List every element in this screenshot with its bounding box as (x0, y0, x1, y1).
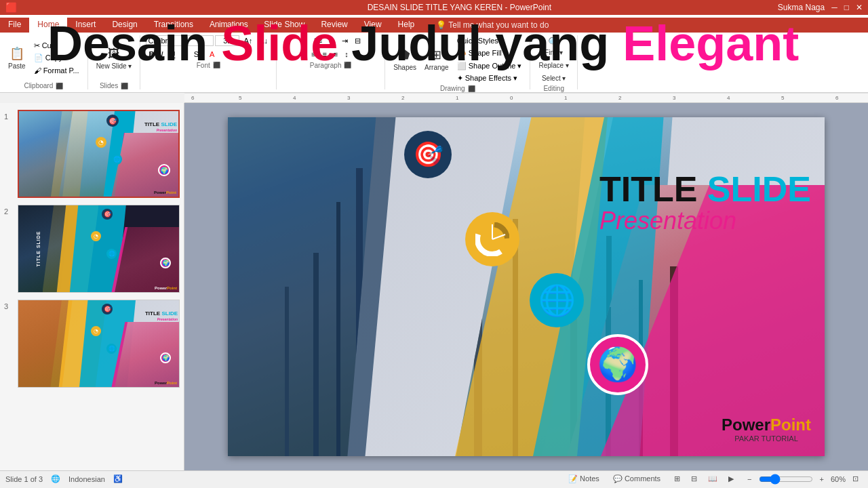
zoom-in-button[interactable]: + (816, 474, 828, 485)
svg-text:4: 4 (293, 95, 296, 101)
columns-button[interactable]: ⊟ (352, 35, 363, 46)
slide-thumb-3[interactable]: 3 🎯 ◔ 🌐 🌍 TITLE SLI (3, 298, 181, 389)
thumb3-powerpoint: PowerPoint (155, 381, 177, 385)
tell-me-input[interactable]: 💡 Tell me what you want to do (436, 20, 549, 30)
italic-button[interactable]: I (158, 49, 165, 60)
tab-help[interactable]: Help (390, 18, 423, 33)
thumb2-pp-point: Point (167, 286, 177, 290)
svg-text:5: 5 (239, 95, 242, 101)
strikethrough-button[interactable]: S (179, 49, 189, 60)
svg-text:1: 1 (456, 95, 459, 101)
font-expand[interactable]: ⬛ (213, 62, 220, 68)
editing-button[interactable]: 🔍 Find ▾ (536, 35, 571, 58)
comments-button[interactable]: 💬 Comments (609, 473, 665, 485)
notes-icon: 📝 (568, 474, 578, 483)
shapes-icon: ⬟ (399, 47, 410, 62)
underline-button[interactable]: U (167, 49, 178, 60)
normal-view-button[interactable]: ⊞ (670, 473, 684, 485)
tab-insert[interactable]: Insert (67, 18, 104, 33)
accessibility-icon: ♿ (113, 474, 123, 483)
slide-thumb-inner-2[interactable]: TITLE SLIDE 🎯 ◔ 🌐 🌍 PowerPoint (18, 205, 180, 293)
slides-expand[interactable]: ⬛ (121, 83, 128, 89)
target-icon: 🎯 (413, 140, 443, 169)
minimize-button[interactable]: ─ (831, 3, 837, 12)
arrange-button[interactable]: ⊞ Arrange (422, 46, 452, 73)
line-spacing-button[interactable]: ↕ (342, 49, 351, 60)
align-left-button[interactable]: ≡ (298, 49, 307, 60)
slide-thumb-1[interactable]: 1 🎯 ◔ 🌐 🌍 (3, 108, 181, 199)
slide-num-1: 1 (4, 110, 15, 121)
clipboard-expand[interactable]: ⬛ (56, 83, 63, 89)
slide-thumb-2[interactable]: 2 TITLE SLIDE 🎯 ◔ 🌐 🌍 (3, 203, 181, 294)
justify-button[interactable]: ≡ (331, 49, 340, 60)
paste-button[interactable]: 📋 Paste (5, 45, 28, 71)
paragraph-expand[interactable]: ⬛ (344, 62, 351, 68)
align-center-button[interactable]: ≡ (309, 49, 318, 60)
shape-outline-button[interactable]: ⬜ Shape Outline ▾ (454, 60, 525, 71)
fit-to-window-button[interactable]: ⊡ (848, 473, 863, 485)
tab-review[interactable]: Review (313, 18, 355, 33)
new-slide-button[interactable]: 🖼 New Slide ▾ (94, 45, 135, 71)
numbering-button[interactable]: 1≡ (311, 35, 326, 46)
shape-effects-button[interactable]: ✦ Shape Effects ▾ (454, 73, 525, 83)
tab-home[interactable]: Home (29, 18, 67, 33)
font-size-input[interactable] (215, 35, 239, 46)
slide-panel[interactable]: 1 🎯 ◔ 🌐 🌍 (0, 103, 184, 470)
font-name-input[interactable] (146, 35, 214, 46)
zoom-slider[interactable] (759, 474, 813, 485)
copy-button[interactable]: 📄 Copy (31, 52, 82, 63)
font-color-button[interactable]: A (207, 49, 217, 60)
drawing-expand[interactable]: ⬛ (468, 85, 475, 92)
svg-text:2: 2 (401, 95, 405, 101)
slide-title-cyan-part: SLIDE (707, 169, 811, 209)
svg-text:3: 3 (673, 95, 676, 101)
cut-button[interactable]: ✂ Cut (31, 40, 82, 51)
earth-icon-circle: 🌍 (587, 334, 648, 395)
decrease-font-button[interactable]: A↓ (256, 35, 271, 46)
thumb3-title: TITLE SLIDE Presentation (145, 310, 178, 321)
group-drawing: ⬟ Shapes ⊞ Arrange Quick Styles ▾ 🎨 Shap… (385, 35, 530, 89)
format-painter-button[interactable]: 🖌 Format P... (31, 65, 82, 76)
main-content: 1 🎯 ◔ 🌐 🌍 (0, 103, 868, 470)
indent-more-button[interactable]: ⇥ (339, 35, 351, 46)
tab-view[interactable]: View (356, 18, 390, 33)
close-button[interactable]: ✕ (856, 3, 863, 12)
font-label: Font (197, 62, 210, 69)
group-font: A↑ A↓ B I U S S⁻ A Font ⬛ (140, 35, 277, 89)
select-button[interactable]: Select ▾ (536, 73, 571, 83)
svg-text:2: 2 (618, 95, 622, 101)
tab-slideshow[interactable]: Slide Show (256, 18, 313, 33)
tab-animations[interactable]: Animations (201, 18, 256, 33)
titlebar-left: 🟥 (5, 2, 141, 13)
bold-button[interactable]: B (146, 49, 157, 60)
comments-label: Comments (625, 474, 660, 483)
zoom-out-button[interactable]: − (743, 474, 755, 485)
view-controls: ⊞ ⊟ 📖 ▶ (670, 473, 738, 485)
zoom-controls: − + 60% ⊡ (743, 473, 863, 485)
notes-button[interactable]: 📝 Notes (564, 473, 604, 485)
quick-styles-button[interactable]: Quick Styles ▾ (454, 35, 525, 46)
tab-file[interactable]: File (0, 18, 29, 33)
canvas-area[interactable]: 🎯 🌐 🌍 TITLE (184, 103, 868, 470)
tab-design[interactable]: Design (104, 18, 145, 33)
replace-button[interactable]: Replace ▾ (536, 60, 571, 70)
shapes-button[interactable]: ⬟ Shapes (391, 46, 419, 73)
thumb2-pie-icon: ◔ (91, 231, 101, 241)
slide-sorter-button[interactable]: ⊟ (687, 473, 701, 485)
titlebar-right: Sukma Naga ─ □ ✕ (778, 3, 863, 12)
align-right-button[interactable]: ≡ (319, 49, 329, 60)
slideshow-button[interactable]: ▶ (724, 473, 738, 485)
slide-thumb-inner-3[interactable]: 🎯 ◔ 🌐 🌍 TITLE SLIDE Presentation PowerPo… (18, 300, 180, 388)
tab-transitions[interactable]: Transitions (146, 18, 201, 33)
text-direction-button[interactable]: ⇅ (353, 49, 364, 60)
maximize-button[interactable]: □ (844, 3, 849, 12)
shadow-button[interactable]: S⁻ (191, 49, 205, 60)
target-icon-circle: 🎯 (404, 131, 452, 178)
thumb3-title-main: TITLE (145, 310, 161, 317)
reading-view-button[interactable]: 📖 (704, 473, 722, 485)
slide-thumb-inner-1[interactable]: 🎯 ◔ 🌐 🌍 TITLE SLIDE Presentation PowerPo… (18, 110, 180, 198)
bullets-button[interactable]: ☰ (298, 35, 310, 46)
shape-fill-button[interactable]: 🎨 Shape Fill ▾ (454, 47, 525, 58)
increase-font-button[interactable]: A↑ (241, 35, 255, 46)
indent-less-button[interactable]: ⇤ (326, 35, 338, 46)
